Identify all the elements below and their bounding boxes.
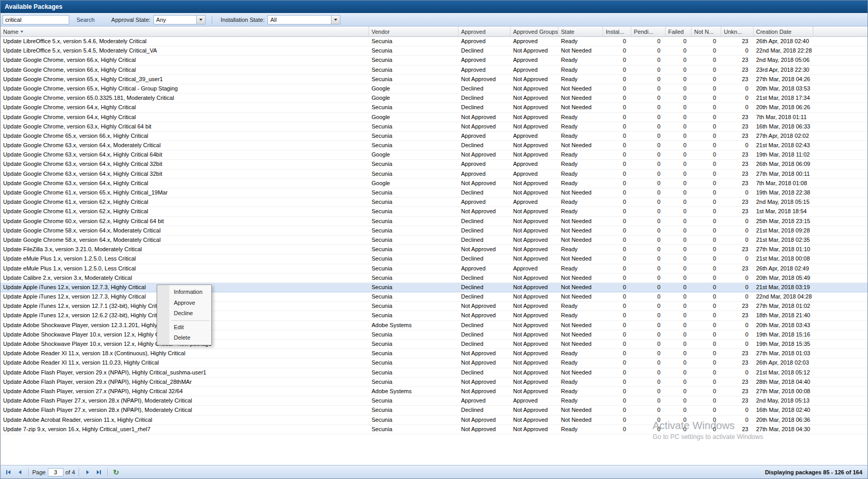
- table-row[interactable]: Update Adobe Flash Player 27.x, version …: [1, 406, 867, 415]
- table-row[interactable]: Update Google Chrome 63.x, version 64.x,…: [1, 141, 867, 150]
- column-header-pendi[interactable]: Pendi...: [631, 27, 666, 36]
- table-row[interactable]: Update eMule Plus 1.x, version 1.2.5.0, …: [1, 254, 867, 264]
- search-button[interactable]: Search: [72, 16, 99, 24]
- menu-item-decline[interactable]: Decline: [157, 308, 211, 319]
- table-row[interactable]: Update Google Chrome 58.x, version 64.x,…: [1, 226, 867, 236]
- cell-not-n: 0: [692, 56, 721, 64]
- cell-not-n: 0: [692, 311, 721, 320]
- table-row[interactable]: Update Google Chrome 61.x, version 62.x,…: [1, 207, 867, 216]
- table-row[interactable]: Update Google Chrome, version 65.0.3325.…: [1, 94, 867, 103]
- table-row[interactable]: Update Adobe Shockwave Player 10.x, vers…: [1, 330, 867, 340]
- table-row[interactable]: Update 7-zip 9.x, version 16.x, Highly C…: [1, 425, 867, 434]
- cell-failed: 0: [666, 207, 692, 216]
- table-row[interactable]: Update Google Chrome 58.x, version 64.x,…: [1, 236, 867, 245]
- cell-unkn: 23: [721, 387, 754, 396]
- cell-creation-date: 27th Apr, 2018 02:02: [754, 132, 813, 140]
- column-header-creation-date[interactable]: Creation Date: [754, 27, 813, 36]
- table-row[interactable]: Update Google Chrome 63.x, version 64.x,…: [1, 170, 867, 179]
- table-row[interactable]: Update Google Chrome 63.x, version 64.x,…: [1, 150, 867, 160]
- table-row[interactable]: Update Adobe Flash Player, version 29.x …: [1, 368, 867, 378]
- table-row[interactable]: Update Google Chrome 65.x, version 66.x,…: [1, 132, 867, 141]
- menu-item-approve[interactable]: Approve: [157, 297, 211, 308]
- menu-item-edit[interactable]: Edit: [157, 322, 211, 333]
- table-row[interactable]: Update Adobe Flash Player, version 27.x …: [1, 387, 867, 396]
- search-input[interactable]: [3, 15, 69, 24]
- table-row[interactable]: Update Google Chrome, version 64.x, High…: [1, 113, 867, 122]
- cell-unkn: 23: [721, 245, 754, 254]
- approval-chevron-down-icon[interactable]: [196, 16, 205, 24]
- table-row[interactable]: Update Adobe Acrobat Reader, version 11.…: [1, 416, 867, 425]
- cell-failed: 0: [666, 292, 692, 301]
- last-page-button[interactable]: [94, 468, 104, 477]
- menu-item-information[interactable]: Information: [157, 287, 211, 297]
- cell-name: Update 7-zip 9.x, version 16.x, Highly C…: [1, 425, 369, 434]
- table-row[interactable]: Update Google Chrome 61.x, version 62.x,…: [1, 198, 867, 207]
- menu-item-delete[interactable]: Delete: [157, 332, 211, 343]
- table-row[interactable]: Update Adobe Shockwave Player 10.x, vers…: [1, 340, 867, 349]
- table-row[interactable]: Update Google Chrome, version 65.x, High…: [1, 84, 867, 94]
- approval-state-select[interactable]: Any: [154, 15, 206, 24]
- cell-vendor: Google: [369, 179, 458, 188]
- table-row[interactable]: Update LibreOffice 5.x, version 5.4.6, M…: [1, 37, 867, 46]
- table-row[interactable]: Update Google Chrome, version 66.x, High…: [1, 56, 867, 65]
- column-header-unkn[interactable]: Unkn...: [721, 27, 754, 36]
- cell-instal: 0: [603, 132, 631, 140]
- cell-unkn: 0: [721, 103, 754, 112]
- column-header-approved[interactable]: Approved: [458, 27, 510, 36]
- column-header-approved-groups[interactable]: Approved Groups: [510, 27, 558, 36]
- cell-vendor: Secunia: [369, 396, 458, 405]
- installation-chevron-down-icon[interactable]: [331, 16, 340, 24]
- previous-page-button[interactable]: [15, 468, 24, 477]
- table-row[interactable]: Update Apple iTunes 12.x, version 12.7.3…: [1, 283, 867, 292]
- cell-pendi: 0: [631, 226, 666, 235]
- table-row[interactable]: Update Apple iTunes 12.x, version 12.7.1…: [1, 302, 867, 311]
- table-row[interactable]: Update Adobe Shockwave Player, version 1…: [1, 321, 867, 330]
- column-header-name[interactable]: Name: [1, 27, 369, 36]
- cell-failed: 0: [666, 396, 692, 405]
- table-row[interactable]: Update Google Chrome 61.x, version 65.x,…: [1, 188, 867, 198]
- cell-not-n: 0: [692, 103, 721, 112]
- cell-pendi: 0: [631, 245, 666, 254]
- table-row[interactable]: Update Adobe Reader XI 11.x, version 18.…: [1, 349, 867, 358]
- cell-failed: 0: [666, 46, 692, 55]
- table-row[interactable]: Update Apple iTunes 12.x, version 12.6.2…: [1, 311, 867, 320]
- installation-state-select[interactable]: All: [267, 15, 340, 24]
- cell-vendor: Secunia: [369, 66, 458, 74]
- cell-vendor: Secunia: [369, 170, 458, 178]
- refresh-button[interactable]: ↻: [111, 468, 121, 477]
- cell-creation-date: 20th Mar, 2018 06:26: [754, 103, 813, 112]
- table-row[interactable]: Update FileZilla 3.x, version 3.21.0, Mo…: [1, 245, 867, 254]
- column-header-vendor[interactable]: Vendor: [369, 27, 458, 36]
- column-header-not-n[interactable]: Not N...: [692, 27, 721, 36]
- cell-approved: Declined: [458, 283, 510, 292]
- cell-state: Ready: [558, 75, 603, 84]
- table-row[interactable]: Update Adobe Flash Player, version 29.x …: [1, 378, 867, 387]
- table-row[interactable]: Update Google Chrome 63.x, version 64.x,…: [1, 179, 867, 188]
- page-number-input[interactable]: [48, 468, 63, 476]
- table-row[interactable]: Update Google Chrome, version 65.x, High…: [1, 75, 867, 84]
- table-row[interactable]: Update eMule Plus 1.x, version 1.2.5.0, …: [1, 264, 867, 274]
- table-row[interactable]: Update Adobe Reader XI 11.x, version 11.…: [1, 358, 867, 368]
- table-row[interactable]: Update Apple iTunes 12.x, version 12.7.3…: [1, 292, 867, 302]
- column-header-instal[interactable]: Instal...: [603, 27, 631, 36]
- table-row[interactable]: Update Google Chrome 60.x, version 62.x,…: [1, 217, 867, 226]
- column-header-state[interactable]: State: [558, 27, 603, 36]
- table-row[interactable]: Update Google Chrome, version 63.x, High…: [1, 122, 867, 132]
- cell-instal: 0: [603, 207, 631, 216]
- cell-creation-date: 22nd Mar, 2018 04:28: [754, 292, 813, 301]
- table-row[interactable]: Update Google Chrome, version 66.x, High…: [1, 66, 867, 75]
- next-page-button[interactable]: [83, 468, 92, 477]
- table-row[interactable]: Update Google Chrome 63.x, version 64.x,…: [1, 160, 867, 169]
- cell-approved: Approved: [458, 396, 510, 405]
- table-row[interactable]: Update Google Chrome, version 64.x, High…: [1, 103, 867, 112]
- first-page-button[interactable]: [4, 468, 13, 477]
- table-row[interactable]: Update Calibre 2.x, version 3.x, Moderat…: [1, 274, 867, 283]
- column-header-failed[interactable]: Failed: [666, 27, 692, 36]
- table-row[interactable]: Update LibreOffice 5.x, version 5.4.5, M…: [1, 46, 867, 56]
- cell-not-n: 0: [692, 406, 721, 415]
- cell-approved: Not Approved: [458, 302, 510, 310]
- window-title: Available Packages: [1, 1, 867, 13]
- cell-state: Not Needed: [558, 94, 603, 102]
- table-row[interactable]: Update Adobe Flash Player 27.x, version …: [1, 396, 867, 406]
- cell-instal: 0: [603, 198, 631, 206]
